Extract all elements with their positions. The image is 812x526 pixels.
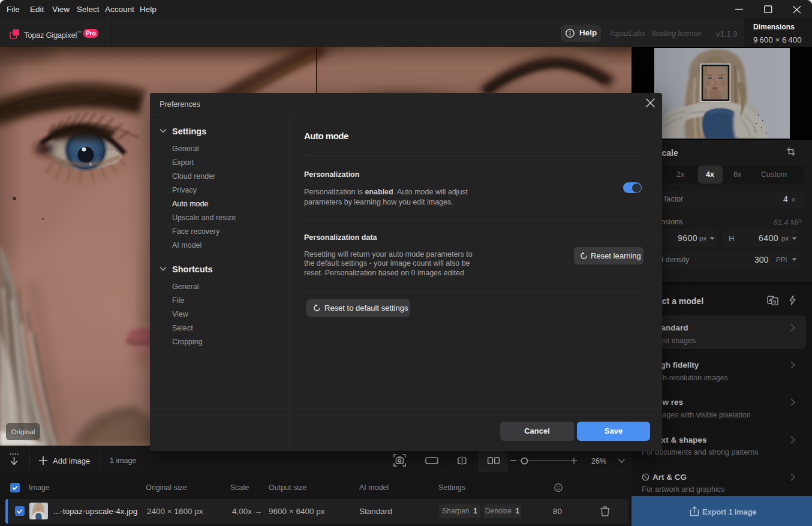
svg-text:A: A xyxy=(769,298,772,302)
svg-text:B: B xyxy=(774,300,777,304)
svg-text:Original: Original xyxy=(11,428,35,435)
